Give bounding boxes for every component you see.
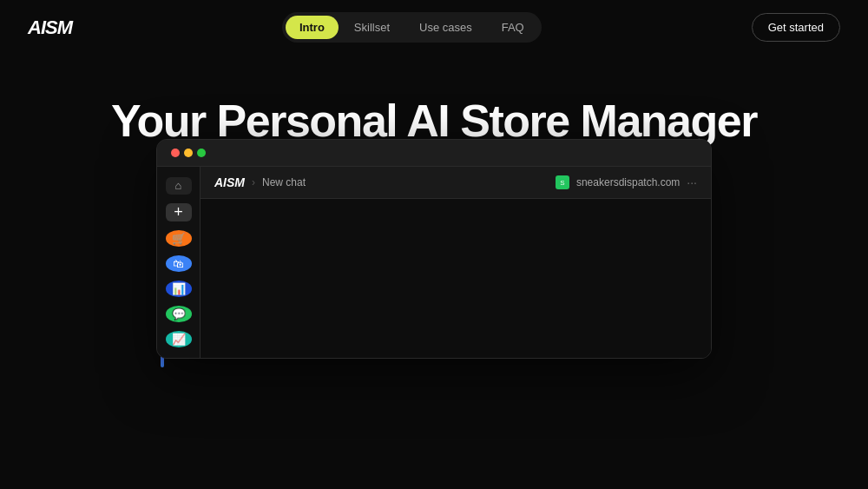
domain-favicon: S xyxy=(556,175,569,189)
new-chat-label: New chat xyxy=(262,176,306,188)
tab-intro[interactable]: Intro xyxy=(286,16,339,39)
domain-text: sneakersdispatch.com xyxy=(576,176,680,188)
nav-tabs: Intro Skillset Use cases FAQ xyxy=(282,12,542,43)
logo: AISM xyxy=(28,17,72,39)
minimize-dot xyxy=(184,149,193,157)
tab-faq[interactable]: FAQ xyxy=(488,16,538,39)
breadcrumb-separator: › xyxy=(252,176,255,188)
app-content: AISM › New chat S sneakersdispatch.com ·… xyxy=(201,167,711,358)
app-preview: ⌂ + 🛒 🛍 📊 💬 📈 AISM › New chat S xyxy=(156,139,712,359)
sidebar-cart-icon[interactable]: 🛒 xyxy=(166,230,192,247)
maximize-dot xyxy=(197,149,206,157)
sidebar-new-button[interactable]: + xyxy=(166,203,192,221)
app-domain: S sneakersdispatch.com ··· xyxy=(556,175,697,189)
app-logo-small: AISM xyxy=(214,175,245,189)
sidebar-messages-icon[interactable]: 💬 xyxy=(166,306,192,322)
app-body: ⌂ + 🛒 🛍 📊 💬 📈 AISM › New chat S xyxy=(157,167,711,358)
sidebar-analytics-icon[interactable]: 📊 xyxy=(166,281,192,297)
app-sidebar: ⌂ + 🛒 🛍 📊 💬 📈 xyxy=(157,167,201,358)
sidebar-home-button[interactable]: ⌂ xyxy=(166,177,192,194)
tab-skillset[interactable]: Skillset xyxy=(340,16,404,39)
window-controls xyxy=(171,149,206,157)
navbar: AISM Intro Skillset Use cases FAQ Get st… xyxy=(0,0,868,55)
tab-use-cases[interactable]: Use cases xyxy=(405,16,486,39)
app-chat-body xyxy=(201,199,711,359)
sidebar-chart-icon[interactable]: 📈 xyxy=(166,331,192,347)
sidebar-orders-icon[interactable]: 🛍 xyxy=(166,255,192,272)
app-topbar: AISM › New chat S sneakersdispatch.com ·… xyxy=(201,167,711,199)
get-started-button[interactable]: Get started xyxy=(752,13,840,42)
domain-menu-icon[interactable]: ··· xyxy=(687,175,697,189)
app-titlebar xyxy=(157,140,711,167)
close-dot xyxy=(171,149,180,157)
